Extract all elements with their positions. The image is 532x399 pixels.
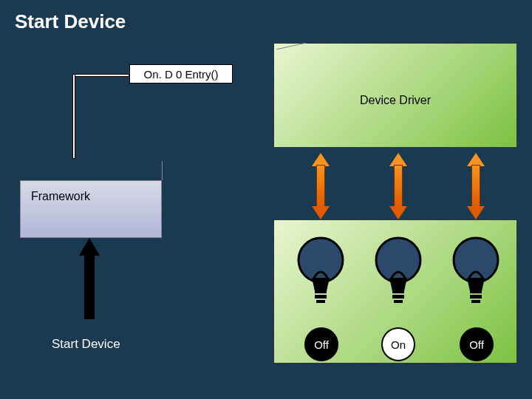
double-arrow-icon xyxy=(389,153,407,219)
svg-rect-3 xyxy=(316,300,325,303)
decorative-line xyxy=(276,43,305,50)
svg-rect-6 xyxy=(392,295,404,299)
framework-box: Framework xyxy=(20,180,162,238)
svg-rect-9 xyxy=(470,290,482,293)
state-label: Off xyxy=(314,338,329,351)
device-driver-box: Device Driver xyxy=(273,43,517,148)
state-badge: Off xyxy=(460,327,494,361)
bulb-icon xyxy=(297,235,344,307)
start-device-label: Start Device xyxy=(52,337,120,352)
double-arrow-icon xyxy=(312,153,330,219)
svg-point-0 xyxy=(299,238,343,282)
framework-label: Framework xyxy=(31,190,90,202)
svg-rect-7 xyxy=(394,300,403,303)
bulb-icon xyxy=(375,235,422,307)
svg-rect-5 xyxy=(392,290,404,293)
state-badge: Off xyxy=(304,327,338,361)
connector-horizontal xyxy=(72,74,129,77)
svg-point-8 xyxy=(454,238,498,282)
svg-rect-10 xyxy=(470,295,482,299)
callback-box: On. D 0 Entry() xyxy=(129,64,233,83)
svg-rect-2 xyxy=(315,295,327,299)
state-label: Off xyxy=(469,338,484,351)
connector-vertical xyxy=(72,74,75,159)
page-title: Start Device xyxy=(15,10,126,33)
double-arrow-icon xyxy=(467,153,485,219)
device-driver-label: Device Driver xyxy=(360,94,431,107)
bulb-icon xyxy=(452,235,499,307)
state-badge: On xyxy=(381,327,415,361)
svg-rect-11 xyxy=(471,300,480,303)
svg-point-4 xyxy=(376,238,420,282)
state-label: On xyxy=(391,338,406,351)
callback-label: On. D 0 Entry() xyxy=(144,68,219,81)
arrow-up-icon xyxy=(79,238,100,319)
svg-rect-1 xyxy=(315,290,327,293)
decorative-edge xyxy=(162,161,163,180)
